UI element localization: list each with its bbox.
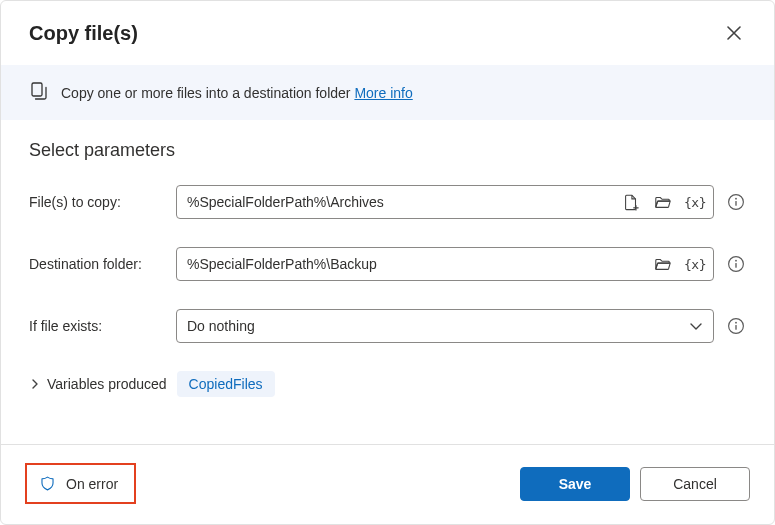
- cancel-button[interactable]: Cancel: [640, 467, 750, 501]
- banner-text: Copy one or more files into a destinatio…: [61, 85, 413, 101]
- info-icon: [727, 317, 745, 335]
- info-destination-folder[interactable]: [726, 254, 746, 274]
- chevron-down-icon: [689, 319, 703, 333]
- section-title: Select parameters: [29, 140, 746, 161]
- banner-description: Copy one or more files into a destinatio…: [61, 85, 354, 101]
- svg-point-2: [735, 198, 737, 200]
- info-files-to-copy[interactable]: [726, 192, 746, 212]
- variables-produced-label: Variables produced: [47, 376, 167, 392]
- svg-rect-3: [735, 201, 736, 206]
- label-destination-folder: Destination folder:: [29, 256, 164, 272]
- insert-variable-button-files[interactable]: {x}: [682, 189, 708, 215]
- footer-actions: Save Cancel: [520, 467, 750, 501]
- select-folder-button-dest[interactable]: [650, 251, 676, 277]
- dialog-header: Copy file(s): [1, 1, 774, 65]
- label-files-to-copy: File(s) to copy:: [29, 194, 164, 210]
- info-banner: Copy one or more files into a destinatio…: [1, 65, 774, 120]
- variables-produced-toggle[interactable]: Variables produced: [29, 376, 167, 392]
- info-icon: [727, 255, 745, 273]
- on-error-highlight: On error: [25, 463, 136, 504]
- dialog-footer: On error Save Cancel: [1, 444, 774, 524]
- row-files-to-copy: File(s) to copy: {x}: [29, 185, 746, 219]
- input-destination-folder[interactable]: [176, 247, 714, 281]
- folder-open-icon: [654, 193, 672, 211]
- svg-rect-0: [32, 83, 42, 96]
- more-info-link[interactable]: More info: [354, 85, 412, 101]
- on-error-label: On error: [66, 476, 118, 492]
- label-if-file-exists: If file exists:: [29, 318, 164, 334]
- svg-rect-6: [735, 263, 736, 268]
- svg-rect-9: [735, 325, 736, 330]
- select-folder-button[interactable]: [650, 189, 676, 215]
- insert-variable-button-dest[interactable]: {x}: [682, 251, 708, 277]
- field-files-to-copy: {x}: [176, 185, 714, 219]
- info-icon: [727, 193, 745, 211]
- field-destination-folder: {x}: [176, 247, 714, 281]
- variable-chip-copiedfiles[interactable]: CopiedFiles: [177, 371, 275, 397]
- field-icons-files: {x}: [618, 185, 708, 219]
- save-button[interactable]: Save: [520, 467, 630, 501]
- row-destination-folder: Destination folder: {x}: [29, 247, 746, 281]
- variables-produced-row: Variables produced CopiedFiles: [29, 371, 746, 397]
- field-if-file-exists: Do nothing: [176, 309, 714, 343]
- select-file-button[interactable]: [618, 189, 644, 215]
- info-if-file-exists[interactable]: [726, 316, 746, 336]
- svg-point-5: [735, 260, 737, 262]
- shield-icon: [39, 475, 56, 492]
- close-icon: [727, 26, 741, 40]
- file-plus-icon: [622, 193, 640, 211]
- select-if-file-exists[interactable]: Do nothing: [176, 309, 714, 343]
- close-button[interactable]: [718, 17, 750, 49]
- on-error-button[interactable]: On error: [33, 471, 124, 496]
- dialog-body: Select parameters File(s) to copy: {x} D…: [1, 120, 774, 444]
- chevron-right-icon: [29, 378, 41, 390]
- dialog-title: Copy file(s): [29, 22, 138, 45]
- row-if-file-exists: If file exists: Do nothing: [29, 309, 746, 343]
- svg-point-8: [735, 322, 737, 324]
- select-if-file-exists-value: Do nothing: [187, 318, 255, 334]
- copy-icon: [29, 81, 49, 104]
- field-icons-destination: {x}: [650, 247, 708, 281]
- folder-open-icon: [654, 255, 672, 273]
